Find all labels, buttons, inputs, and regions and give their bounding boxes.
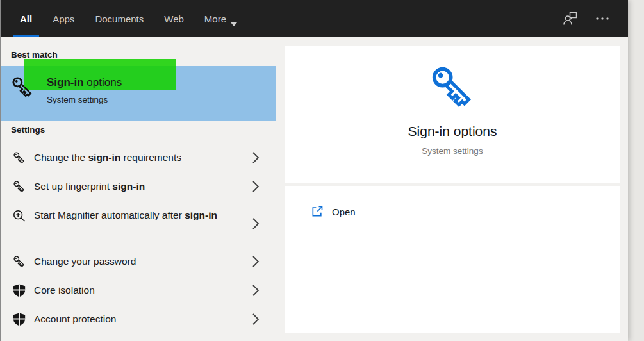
actions-card: Open	[285, 186, 620, 333]
action-open[interactable]: Open	[285, 205, 620, 218]
settings-result-item[interactable]: Core isolation	[1, 276, 276, 304]
best-match-subtitle: System settings	[47, 94, 122, 106]
settings-result-item[interactable]: Account protection	[1, 304, 276, 333]
title-segment: Sign-in	[47, 76, 84, 88]
tab-web[interactable]: Web	[157, 0, 191, 37]
actions-list: Open	[285, 205, 620, 218]
settings-result-item[interactable]: Start Magnifier automatically after sign…	[1, 201, 276, 247]
key-icon	[12, 179, 26, 194]
chevron-right-icon[interactable]	[252, 255, 260, 268]
result-item-label: Start Magnifier automatically after sign…	[34, 207, 217, 223]
dropdown-icon	[231, 17, 237, 21]
tab-more[interactable]: More	[197, 0, 244, 37]
tab-documents[interactable]: Documents	[88, 0, 151, 37]
best-match-result[interactable]: Sign-in options System settings	[1, 66, 276, 121]
settings-results-list: Change the sign-in requirementsSet up fi…	[1, 143, 276, 333]
search-results-content: Best match Sign-in options System settin…	[1, 37, 629, 341]
best-match-section-label: Best match	[11, 50, 58, 60]
tab-label: All	[20, 13, 32, 24]
open-icon	[311, 205, 324, 218]
key-icon	[12, 151, 26, 165]
result-item-label: Core isolation	[34, 282, 95, 298]
feedback-icon[interactable]	[563, 11, 578, 26]
tab-apps[interactable]: Apps	[45, 0, 81, 37]
chevron-right-icon[interactable]	[252, 180, 260, 193]
key-icon	[10, 74, 35, 100]
result-item-label: Account protection	[34, 311, 116, 327]
label-segment: Change your password	[34, 256, 136, 267]
settings-section-label: Settings	[11, 125, 45, 135]
windows-search-window: AllAppsDocumentsWebMore Best match Sign-…	[0, 0, 628, 341]
preview-subtitle: System settings	[422, 145, 483, 158]
result-item-label: Change your password	[34, 253, 136, 269]
topbar-icons	[563, 0, 610, 37]
shield-icon	[12, 312, 26, 326]
action-label: Open	[332, 206, 356, 217]
label-segment: sign-in	[88, 152, 120, 163]
search-filter-bar: AllAppsDocumentsWebMore	[1, 0, 628, 37]
result-item-label: Set up fingerprint sign-in	[34, 178, 145, 194]
label-segment: Start Magnifier automatically after	[34, 210, 185, 220]
tab-label: Apps	[53, 13, 74, 24]
preview-panel: Sign-in options System settings Open	[276, 37, 628, 341]
tab-label: Web	[164, 13, 184, 24]
settings-result-item[interactable]: Change your password	[1, 247, 276, 276]
label-segment: Set up fingerprint	[34, 181, 112, 192]
zoom-in-icon	[12, 209, 26, 223]
label-segment: Core isolation	[34, 285, 95, 295]
label-segment: requirements	[120, 152, 181, 163]
chevron-right-icon[interactable]	[252, 284, 260, 297]
tab-all[interactable]: All	[13, 0, 39, 37]
filter-tabs: AllAppsDocumentsWebMore	[13, 0, 244, 37]
preview-title: Sign-in options	[408, 122, 497, 141]
best-match-title: Sign-in options	[47, 75, 122, 90]
shield-icon	[12, 283, 26, 297]
settings-result-item[interactable]: Set up fingerprint sign-in	[1, 172, 276, 201]
preview-card: Sign-in options System settings	[285, 46, 620, 183]
label-segment: Account protection	[34, 313, 116, 324]
title-segment: options	[84, 76, 122, 88]
chevron-right-icon[interactable]	[252, 217, 260, 230]
chevron-right-icon[interactable]	[252, 151, 260, 164]
key-icon	[427, 62, 478, 113]
tab-label: Documents	[95, 13, 144, 24]
label-segment: Change the	[34, 152, 88, 163]
result-item-label: Change the sign-in requirements	[34, 149, 181, 165]
chevron-right-icon[interactable]	[252, 313, 260, 326]
label-segment: sign-in	[185, 210, 217, 220]
results-panel: Best match Sign-in options System settin…	[1, 37, 276, 341]
tab-label: More	[204, 13, 226, 24]
label-segment: sign-in	[112, 181, 145, 192]
settings-result-item[interactable]: Change the sign-in requirements	[1, 143, 276, 172]
best-match-text: Sign-in options System settings	[47, 75, 122, 106]
key-icon	[12, 254, 26, 269]
ellipsis-icon[interactable]	[595, 11, 610, 26]
desktop-background: AllAppsDocumentsWebMore Best match Sign-…	[0, 0, 644, 341]
